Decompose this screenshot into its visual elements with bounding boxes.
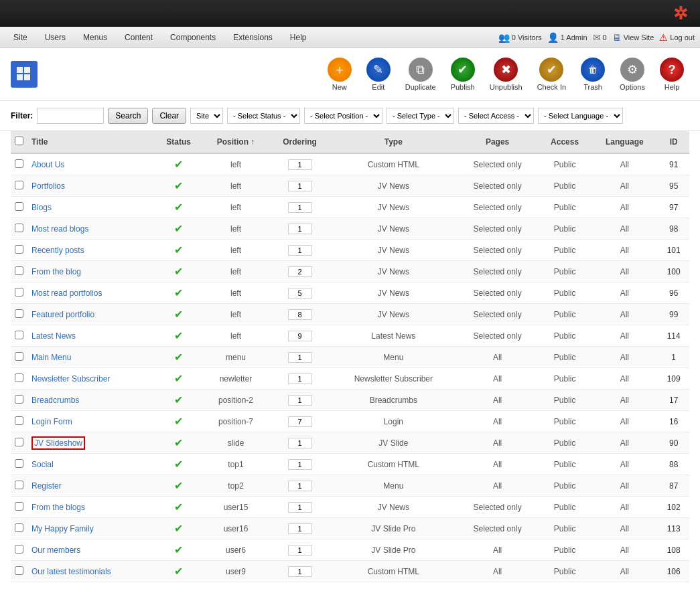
- ordering-input[interactable]: [288, 523, 312, 534]
- row-checkbox[interactable]: [15, 481, 23, 489]
- checkin-button[interactable]: ✔ Check In: [532, 55, 571, 94]
- row-checkbox[interactable]: [15, 438, 23, 446]
- module-link[interactable]: Social: [31, 460, 54, 469]
- options-button[interactable]: ⚙ Options: [614, 55, 650, 94]
- ordering-input[interactable]: [288, 245, 312, 256]
- col-id[interactable]: ID: [658, 131, 689, 153]
- module-link[interactable]: Blogs: [31, 203, 52, 212]
- unpublish-button[interactable]: ✖ Unpublish: [484, 55, 528, 94]
- nav-site[interactable]: Site: [5, 29, 36, 46]
- access-select[interactable]: - Select Access -: [458, 108, 534, 124]
- filter-input[interactable]: [37, 108, 104, 124]
- ordering-input[interactable]: [288, 202, 312, 213]
- row-checkbox[interactable]: [15, 181, 23, 189]
- module-link[interactable]: Recently posts: [31, 246, 84, 255]
- select-all-checkbox[interactable]: [15, 137, 23, 145]
- col-title[interactable]: Title: [27, 131, 155, 153]
- nav-help[interactable]: Help: [282, 29, 315, 46]
- row-checkbox[interactable]: [15, 523, 23, 532]
- ordering-input[interactable]: [288, 502, 312, 513]
- row-checkbox[interactable]: [15, 288, 23, 297]
- language-select[interactable]: - Select Language -: [538, 108, 623, 124]
- ordering-input[interactable]: [288, 438, 312, 448]
- module-link[interactable]: About Us: [31, 160, 64, 169]
- site-select[interactable]: Site: [190, 108, 223, 124]
- row-checkbox[interactable]: [15, 224, 23, 232]
- module-link[interactable]: Newsletter Subscriber: [31, 374, 110, 384]
- nav-components[interactable]: Components: [162, 29, 224, 46]
- module-link[interactable]: JV Slideshow: [31, 436, 85, 450]
- row-checkbox[interactable]: [15, 545, 23, 554]
- nav-menus[interactable]: Menus: [75, 29, 115, 46]
- ordering-input[interactable]: [288, 352, 312, 363]
- ordering-input[interactable]: [288, 288, 312, 299]
- ordering-input[interactable]: [288, 459, 312, 470]
- row-checkbox[interactable]: [15, 266, 23, 275]
- row-checkbox[interactable]: [15, 502, 23, 511]
- ordering-input[interactable]: [288, 373, 312, 384]
- ordering-input[interactable]: [288, 545, 312, 556]
- module-link[interactable]: Latest News: [31, 331, 76, 341]
- logout-link[interactable]: ⚠ Log out: [659, 32, 695, 43]
- col-ordering[interactable]: Ordering: [269, 131, 330, 153]
- row-checkbox[interactable]: [15, 159, 23, 168]
- col-position[interactable]: Position ↑: [202, 131, 269, 153]
- row-checkbox[interactable]: [15, 309, 23, 318]
- status-select[interactable]: - Select Status -: [227, 108, 300, 124]
- col-status[interactable]: Status: [155, 131, 202, 153]
- ordering-input[interactable]: [288, 224, 312, 234]
- visitors-link[interactable]: 👥 0 Visitors: [498, 32, 542, 43]
- row-checkbox[interactable]: [15, 373, 23, 382]
- publish-button[interactable]: ✔ Publish: [445, 55, 480, 94]
- ordering-input[interactable]: [288, 181, 312, 191]
- type-select[interactable]: - Select Type -: [387, 108, 454, 124]
- module-link[interactable]: Portfolios: [31, 181, 65, 191]
- duplicate-button[interactable]: ⧉ Duplicate: [400, 55, 441, 94]
- ordering-input[interactable]: [288, 416, 312, 427]
- nav-users[interactable]: Users: [37, 29, 74, 46]
- module-link[interactable]: Featured portfolio: [31, 310, 94, 319]
- row-checkbox[interactable]: [15, 202, 23, 211]
- module-link[interactable]: Breadcrumbs: [31, 396, 79, 405]
- search-button[interactable]: Search: [108, 108, 148, 124]
- col-language[interactable]: Language: [591, 131, 658, 153]
- nav-extensions[interactable]: Extensions: [225, 29, 281, 46]
- new-button[interactable]: ＋ New: [322, 55, 357, 94]
- clear-button[interactable]: Clear: [152, 108, 186, 124]
- row-checkbox[interactable]: [15, 459, 23, 468]
- edit-button[interactable]: ✎ Edit: [361, 55, 396, 94]
- module-link[interactable]: Our latest testimonials: [31, 567, 111, 576]
- col-type[interactable]: Type: [330, 131, 456, 153]
- ordering-input[interactable]: [288, 566, 312, 577]
- ordering-input[interactable]: [288, 481, 312, 491]
- ordering-input[interactable]: [288, 331, 312, 341]
- col-access[interactable]: Access: [539, 131, 591, 153]
- row-checkbox[interactable]: [15, 416, 23, 425]
- row-checkbox[interactable]: [15, 245, 23, 254]
- viewsite-link[interactable]: 🖥 View Site: [612, 32, 654, 43]
- messages-link[interactable]: ✉ 0: [593, 32, 607, 43]
- module-link[interactable]: From the blogs: [31, 503, 85, 512]
- nav-content[interactable]: Content: [117, 29, 161, 46]
- ordering-input[interactable]: [288, 309, 312, 320]
- row-checkbox[interactable]: [15, 331, 23, 339]
- position-select[interactable]: - Select Position -: [304, 108, 382, 124]
- module-link[interactable]: Most read blogs: [31, 224, 88, 234]
- row-checkbox[interactable]: [15, 395, 23, 404]
- admin-link[interactable]: 👤 1 Admin: [547, 32, 587, 43]
- module-link[interactable]: My Happy Family: [31, 524, 94, 533]
- module-link[interactable]: Register: [31, 481, 62, 491]
- module-link[interactable]: Our members: [31, 545, 80, 555]
- module-link[interactable]: Login Form: [31, 417, 72, 426]
- row-checkbox[interactable]: [15, 352, 23, 361]
- module-link[interactable]: From the blog: [31, 267, 81, 276]
- ordering-input[interactable]: [288, 159, 312, 170]
- ordering-input[interactable]: [288, 266, 312, 277]
- help-button[interactable]: ? Help: [654, 55, 689, 94]
- module-link[interactable]: Most read portfolios: [31, 288, 102, 298]
- col-pages[interactable]: Pages: [456, 131, 538, 153]
- module-link[interactable]: Main Menu: [31, 353, 71, 362]
- row-checkbox[interactable]: [15, 566, 23, 575]
- trash-button[interactable]: 🗑 Trash: [575, 55, 610, 94]
- ordering-input[interactable]: [288, 395, 312, 406]
